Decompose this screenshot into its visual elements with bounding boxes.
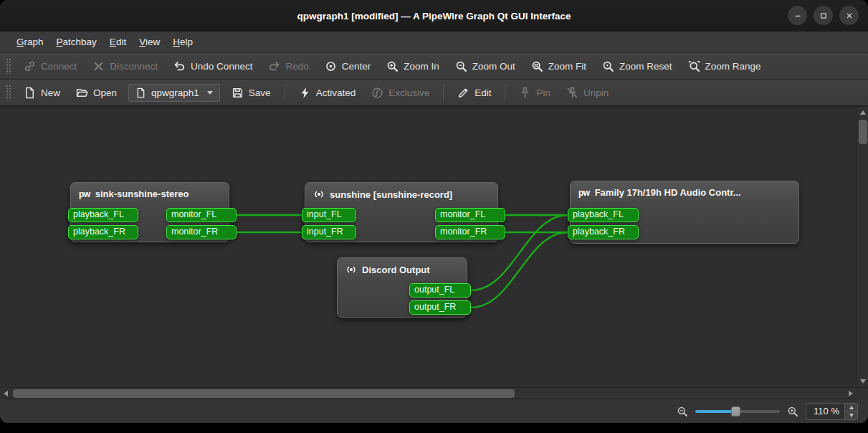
port-monitor_FL[interactable]: monitor_FL	[435, 208, 505, 222]
vertical-scrollbar[interactable]	[857, 107, 868, 387]
disconnect-button[interactable]: Disconnect	[85, 56, 165, 77]
zoom-out-icon	[455, 60, 467, 72]
unpin-icon	[566, 87, 578, 99]
node-header: pw sink-sunshine-stereo	[71, 183, 229, 199]
center-button[interactable]: Center	[318, 56, 378, 77]
exclusive-icon	[371, 87, 383, 99]
pin-button[interactable]: Pin	[512, 82, 558, 103]
pipewire-icon: pw	[79, 190, 90, 199]
scroll-down-button[interactable]	[857, 376, 868, 387]
port-monitor_FR[interactable]: monitor_FR	[166, 225, 237, 239]
zoom-fit-button[interactable]: Zoom Fit	[524, 56, 593, 77]
spinbox-arrows	[844, 404, 857, 419]
arrow-up-icon	[849, 406, 854, 409]
graph-canvas[interactable]: pw sink-sunshine-stereo playback_FL play…	[0, 107, 868, 387]
zoom-value: 110 %	[806, 406, 844, 417]
zoom-in-icon	[787, 406, 798, 417]
zoom-range-label: Zoom Range	[705, 61, 761, 72]
zoom-reset-button[interactable]: Zoom Reset	[595, 56, 679, 77]
connect-icon	[24, 60, 36, 72]
zoom-out-button[interactable]: Zoom Out	[448, 56, 523, 77]
scroll-right-button[interactable]	[845, 388, 857, 399]
horizontal-scroll-handle[interactable]	[13, 389, 515, 398]
save-button[interactable]: Save	[224, 82, 278, 103]
save-icon	[232, 87, 244, 99]
port-playback_FR[interactable]: playback_FR	[568, 225, 639, 239]
zoom-spinbox[interactable]: 110 %	[806, 403, 858, 420]
port-playback_FL[interactable]: playback_FL	[68, 208, 138, 222]
edit-button[interactable]: Edit	[450, 82, 498, 103]
open-label: Open	[93, 87, 117, 98]
port-input_FR[interactable]: input_FR	[302, 225, 356, 239]
toolbar-graph: Connect Disconnect Undo Connect Redo Cen	[0, 53, 868, 80]
undo-connect-button[interactable]: Undo Connect	[166, 56, 259, 77]
exclusive-toggle[interactable]: Exclusive	[364, 82, 437, 103]
horizontal-scrollbar[interactable]	[0, 387, 868, 399]
statusbar-zoom-out-button[interactable]	[677, 406, 688, 417]
maximize-button[interactable]	[814, 6, 833, 25]
close-button[interactable]	[839, 6, 859, 25]
app-window: qpwgraph1 [modified] — A PipeWire Graph …	[0, 0, 868, 423]
zoom-slider[interactable]	[695, 405, 780, 418]
scroll-up-button[interactable]	[857, 107, 868, 118]
zoom-range-button[interactable]: Zoom Range	[681, 56, 768, 77]
arrow-left-icon	[4, 391, 8, 396]
redo-button[interactable]: Redo	[261, 56, 315, 77]
zoom-range-icon	[688, 60, 700, 72]
port-input_FL[interactable]: input_FL	[302, 208, 356, 222]
undo-connect-label: Undo Connect	[191, 61, 252, 72]
port-playback_FL[interactable]: playback_FL	[568, 208, 639, 222]
exclusive-label: Exclusive	[388, 87, 429, 98]
node-title: sink-sunshine-stereo	[95, 189, 189, 199]
menu-graph[interactable]: Graph	[10, 32, 50, 52]
port-playback_FR[interactable]: playback_FR	[68, 225, 138, 239]
arrow-up-icon	[860, 110, 866, 115]
open-button[interactable]: Open	[69, 82, 124, 103]
zoom-in-label: Zoom In	[404, 61, 439, 72]
patchbay-file-icon	[135, 87, 146, 98]
menu-view[interactable]: View	[133, 32, 166, 52]
zoom-fit-label: Zoom Fit	[548, 61, 586, 72]
unpin-button[interactable]: Unpin	[559, 82, 616, 103]
activated-toggle[interactable]: Activated	[292, 82, 363, 103]
spin-up-button[interactable]	[845, 404, 857, 411]
zoom-out-label: Zoom Out	[472, 61, 515, 72]
port-monitor_FL[interactable]: monitor_FL	[166, 208, 237, 222]
zoom-out-icon	[677, 406, 688, 417]
minimize-button[interactable]	[788, 6, 807, 25]
zoom-reset-icon	[602, 60, 614, 72]
statusbar-zoom-in-button[interactable]	[787, 406, 798, 417]
zoom-in-icon	[386, 60, 399, 72]
activated-label: Activated	[316, 87, 356, 98]
record-icon	[313, 189, 325, 200]
statusbar: 110 %	[0, 399, 868, 423]
menubar: Graph Patchbay Edit View Help	[0, 32, 868, 53]
maximize-icon	[819, 11, 829, 21]
vertical-scroll-handle[interactable]	[859, 120, 867, 144]
menu-patchbay[interactable]: Patchbay	[50, 32, 103, 52]
toolbar-handle[interactable]	[6, 58, 11, 74]
zoom-in-button[interactable]: Zoom In	[379, 56, 447, 77]
port-output_FR[interactable]: output_FR	[409, 300, 471, 315]
open-folder-icon	[76, 87, 88, 99]
port-monitor_FR[interactable]: monitor_FR	[435, 225, 505, 239]
zoom-slider-handle[interactable]	[731, 406, 740, 417]
connect-label: Connect	[41, 61, 77, 72]
toolbar-handle[interactable]	[6, 85, 11, 100]
spin-down-button[interactable]	[845, 411, 857, 419]
patchbay-combo[interactable]: qpwgraph1	[128, 84, 220, 102]
toolbar-patchbay: New Open qpwgraph1 Save Act	[0, 80, 868, 106]
node-title: sunshine [sunshine-record]	[330, 189, 452, 200]
node-header: sunshine [sunshine-record]	[305, 183, 497, 200]
menu-edit[interactable]: Edit	[103, 32, 133, 52]
connect-button[interactable]: Connect	[16, 56, 84, 77]
scroll-left-button[interactable]	[0, 388, 11, 399]
toolbar-separator	[285, 85, 285, 100]
menu-help[interactable]: Help	[166, 32, 199, 52]
new-button[interactable]: New	[16, 82, 67, 103]
titlebar[interactable]: qpwgraph1 [modified] — A PipeWire Graph …	[0, 0, 868, 32]
window-controls	[788, 6, 859, 25]
port-output_FL[interactable]: output_FL	[409, 283, 471, 298]
new-label: New	[41, 87, 60, 98]
arrow-right-icon	[849, 391, 853, 396]
